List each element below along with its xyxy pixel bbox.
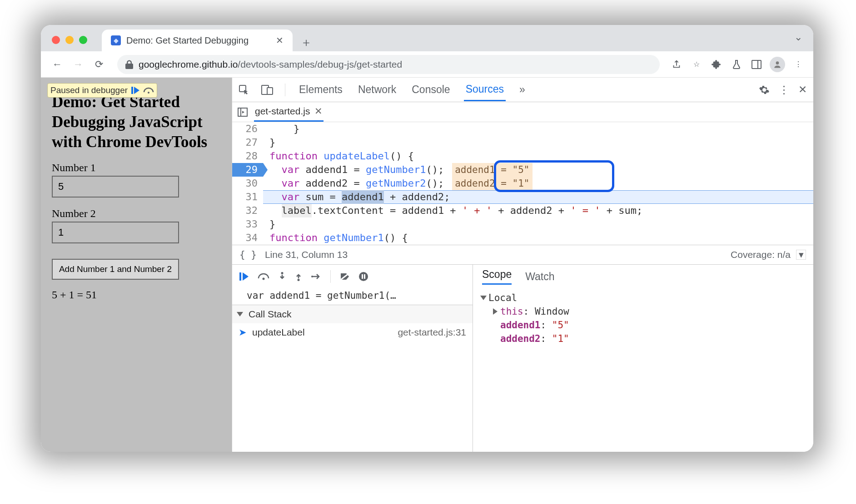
side-panel-icon[interactable] <box>750 58 763 71</box>
format-braces-icon[interactable]: { } <box>239 249 257 260</box>
line-number[interactable]: 27 <box>232 136 263 149</box>
editor-statusbar: { } Line 31, Column 13 Coverage: n/a ▾ <box>232 245 813 265</box>
pause-on-exceptions-button[interactable] <box>359 272 368 281</box>
demo-page: Paused in debugger Demo: Get Started Deb… <box>41 78 232 452</box>
resume-button[interactable] <box>239 272 249 281</box>
step-into-button[interactable] <box>279 272 286 281</box>
address-bar[interactable]: googlechrome.github.io/devtools-samples/… <box>117 55 660 74</box>
tab-network[interactable]: Network <box>356 79 398 100</box>
scope-body: Local this: Window addend1: "5" addend2:… <box>473 288 813 452</box>
inline-value-addend2: addend2 = "1" <box>452 177 532 190</box>
number1-label: Number 1 <box>52 162 221 174</box>
chrome-menu-button[interactable]: ⋮ <box>791 58 805 71</box>
close-file-button[interactable]: ✕ <box>314 106 323 117</box>
device-toggle-icon[interactable] <box>261 85 273 95</box>
debugger-right-pane: Scope Watch Local this: Window addend1: … <box>473 265 813 452</box>
more-tabs-button[interactable]: » <box>518 79 527 100</box>
number1-input[interactable] <box>52 176 179 198</box>
paused-text: Paused in debugger <box>50 85 128 95</box>
resume-icon[interactable] <box>131 87 139 94</box>
svg-rect-12 <box>239 272 241 281</box>
number2-label: Number 2 <box>52 208 221 220</box>
extensions-icon[interactable] <box>710 58 723 71</box>
svg-point-16 <box>298 279 300 281</box>
browser-tab[interactable]: ◆ Demo: Get Started Debugging ✕ <box>102 30 293 51</box>
debugger-controls <box>232 265 473 288</box>
labs-icon[interactable] <box>730 58 743 71</box>
line-number[interactable]: 33 <box>232 217 263 231</box>
devtools-panel: Elements Network Console Sources » ⋮ ✕ g… <box>232 78 813 452</box>
svg-point-2 <box>776 61 779 64</box>
line-number[interactable]: 26 <box>232 122 263 136</box>
execution-line: 31 var sum = addend1 + addend2; <box>232 190 813 204</box>
callstack-header[interactable]: Call Stack <box>232 305 473 323</box>
tab-title: Demo: Get Started Debugging <box>126 35 249 46</box>
settings-gear-icon[interactable] <box>759 84 770 95</box>
profile-avatar[interactable] <box>770 57 785 72</box>
frame-location: get-started.js:31 <box>398 327 466 338</box>
line-number[interactable]: 30 <box>232 177 263 190</box>
watch-tab[interactable]: Watch <box>525 271 554 283</box>
new-tab-button[interactable]: ＋ <box>297 33 315 51</box>
browser-toolbar: ← → ⟳ googlechrome.github.io/devtools-sa… <box>41 51 813 78</box>
svg-rect-3 <box>131 87 133 94</box>
source-editor[interactable]: 26 } 27} 28function updateLabel() { 29 v… <box>232 122 813 245</box>
close-devtools-button[interactable]: ✕ <box>798 84 807 96</box>
svg-rect-21 <box>364 274 365 279</box>
scope-watch-tabs: Scope Watch <box>473 265 813 288</box>
share-icon[interactable] <box>670 58 683 71</box>
tab-elements[interactable]: Elements <box>297 79 344 100</box>
coverage-label: Coverage: n/a <box>731 249 791 260</box>
scope-tab[interactable]: Scope <box>482 268 512 285</box>
add-button[interactable]: Add Number 1 and Number 2 <box>52 259 179 280</box>
frame-function: updateLabel <box>252 327 305 338</box>
debugger-left-pane: var addend1 = getNumber1(… Call Stack ➤ … <box>232 265 473 452</box>
result-text: 5 + 1 = 51 <box>52 289 221 301</box>
url-text: googlechrome.github.io/devtools-samples/… <box>139 59 402 70</box>
svg-point-15 <box>281 272 284 274</box>
file-tab[interactable]: get-started.js ✕ <box>254 102 323 122</box>
devtools-menu-icon[interactable]: ⋮ <box>779 84 789 96</box>
inspect-icon[interactable] <box>239 84 249 95</box>
line-number[interactable]: 31 <box>232 190 263 204</box>
line-number[interactable]: 32 <box>232 204 263 217</box>
line-number[interactable]: 28 <box>232 149 263 163</box>
step-over-icon[interactable] <box>143 87 154 94</box>
maximize-window-button[interactable] <box>79 36 87 44</box>
minimize-window-button[interactable] <box>65 36 74 44</box>
callstack-frame[interactable]: ➤ updateLabel get-started.js:31 <box>232 323 473 341</box>
forward-button[interactable]: → <box>70 56 86 73</box>
favicon-icon: ◆ <box>111 35 121 45</box>
devtools-tabs: Elements Network Console Sources » ⋮ ✕ <box>232 78 813 102</box>
close-tab-button[interactable]: ✕ <box>276 35 284 46</box>
svg-marker-4 <box>134 87 139 94</box>
debugger-lower-pane: var addend1 = getNumber1(… Call Stack ➤ … <box>232 265 813 452</box>
reload-button[interactable]: ⟳ <box>91 56 107 73</box>
toolbar-right-icons: ☆ ⋮ <box>670 57 805 72</box>
svg-point-17 <box>311 276 313 277</box>
back-button[interactable]: ← <box>49 56 65 73</box>
navigator-toggle-icon[interactable] <box>238 108 248 117</box>
tab-strip: ◆ Demo: Get Started Debugging ✕ ＋ ⌄ <box>41 25 813 51</box>
page-title: Demo: Get Started Debugging JavaScript w… <box>52 92 221 152</box>
scope-group[interactable]: Local <box>481 291 805 305</box>
deactivate-breakpoints-button[interactable] <box>340 272 350 281</box>
svg-marker-13 <box>243 272 249 281</box>
step-button[interactable] <box>311 273 321 280</box>
step-over-button[interactable] <box>258 272 269 281</box>
line-number[interactable]: 34 <box>232 231 263 245</box>
svg-rect-20 <box>362 274 363 279</box>
tab-console[interactable]: Console <box>410 79 452 100</box>
tab-sources[interactable]: Sources <box>464 79 506 101</box>
breakpoint-line-number[interactable]: 29 <box>232 163 263 177</box>
tabs-dropdown-button[interactable]: ⌄ <box>794 31 802 43</box>
step-out-button[interactable] <box>295 272 302 281</box>
inline-value-addend1: addend1 = "5" <box>452 163 532 177</box>
bookmark-star-icon[interactable]: ☆ <box>690 58 703 71</box>
lock-icon <box>125 60 133 69</box>
number2-input[interactable] <box>52 222 179 243</box>
coverage-toggle-icon[interactable]: ▾ <box>796 250 806 260</box>
close-window-button[interactable] <box>52 36 60 44</box>
cursor-position: Line 31, Column 13 <box>265 249 348 260</box>
svg-rect-0 <box>752 60 761 69</box>
